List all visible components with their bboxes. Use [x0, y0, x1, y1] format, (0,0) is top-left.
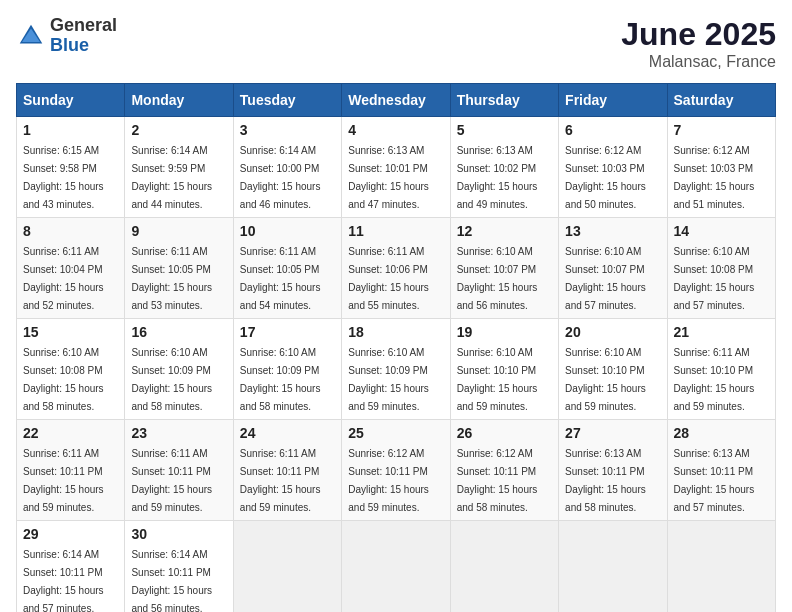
day-detail: Sunrise: 6:13 AM Sunset: 10:11 PM Daylig… [674, 448, 755, 513]
day-cell: 6Sunrise: 6:12 AM Sunset: 10:03 PM Dayli… [559, 117, 667, 218]
calendar-table: SundayMondayTuesdayWednesdayThursdayFrid… [16, 83, 776, 612]
day-detail: Sunrise: 6:13 AM Sunset: 10:01 PM Daylig… [348, 145, 429, 210]
day-cell: 21Sunrise: 6:11 AM Sunset: 10:10 PM Dayl… [667, 319, 775, 420]
month-title: June 2025 [621, 16, 776, 53]
day-number: 11 [348, 223, 443, 239]
day-detail: Sunrise: 6:10 AM Sunset: 10:09 PM Daylig… [131, 347, 212, 412]
day-cell: 29Sunrise: 6:14 AM Sunset: 10:11 PM Dayl… [17, 521, 125, 613]
logo-text: General Blue [50, 16, 117, 56]
day-cell: 19Sunrise: 6:10 AM Sunset: 10:10 PM Dayl… [450, 319, 558, 420]
day-detail: Sunrise: 6:11 AM Sunset: 10:11 PM Daylig… [240, 448, 321, 513]
day-cell: 16Sunrise: 6:10 AM Sunset: 10:09 PM Dayl… [125, 319, 233, 420]
day-cell: 1Sunrise: 6:15 AM Sunset: 9:58 PM Daylig… [17, 117, 125, 218]
day-cell: 14Sunrise: 6:10 AM Sunset: 10:08 PM Dayl… [667, 218, 775, 319]
day-number: 13 [565, 223, 660, 239]
day-detail: Sunrise: 6:12 AM Sunset: 10:11 PM Daylig… [348, 448, 429, 513]
header-friday: Friday [559, 84, 667, 117]
day-cell: 2Sunrise: 6:14 AM Sunset: 9:59 PM Daylig… [125, 117, 233, 218]
day-cell [667, 521, 775, 613]
day-detail: Sunrise: 6:12 AM Sunset: 10:03 PM Daylig… [565, 145, 646, 210]
day-number: 27 [565, 425, 660, 441]
day-number: 16 [131, 324, 226, 340]
day-cell: 9Sunrise: 6:11 AM Sunset: 10:05 PM Dayli… [125, 218, 233, 319]
location-title: Malansac, France [621, 53, 776, 71]
day-number: 20 [565, 324, 660, 340]
day-number: 26 [457, 425, 552, 441]
day-detail: Sunrise: 6:15 AM Sunset: 9:58 PM Dayligh… [23, 145, 104, 210]
day-cell: 28Sunrise: 6:13 AM Sunset: 10:11 PM Dayl… [667, 420, 775, 521]
day-detail: Sunrise: 6:11 AM Sunset: 10:10 PM Daylig… [674, 347, 755, 412]
day-number: 6 [565, 122, 660, 138]
day-detail: Sunrise: 6:10 AM Sunset: 10:08 PM Daylig… [674, 246, 755, 311]
day-detail: Sunrise: 6:13 AM Sunset: 10:02 PM Daylig… [457, 145, 538, 210]
day-number: 28 [674, 425, 769, 441]
day-detail: Sunrise: 6:10 AM Sunset: 10:07 PM Daylig… [457, 246, 538, 311]
day-detail: Sunrise: 6:12 AM Sunset: 10:11 PM Daylig… [457, 448, 538, 513]
logo-icon [16, 21, 46, 51]
day-detail: Sunrise: 6:10 AM Sunset: 10:10 PM Daylig… [565, 347, 646, 412]
day-number: 24 [240, 425, 335, 441]
day-cell: 13Sunrise: 6:10 AM Sunset: 10:07 PM Dayl… [559, 218, 667, 319]
day-cell [342, 521, 450, 613]
day-cell: 25Sunrise: 6:12 AM Sunset: 10:11 PM Dayl… [342, 420, 450, 521]
day-cell: 12Sunrise: 6:10 AM Sunset: 10:07 PM Dayl… [450, 218, 558, 319]
week-row-2: 8Sunrise: 6:11 AM Sunset: 10:04 PM Dayli… [17, 218, 776, 319]
day-detail: Sunrise: 6:11 AM Sunset: 10:04 PM Daylig… [23, 246, 104, 311]
day-number: 14 [674, 223, 769, 239]
day-number: 12 [457, 223, 552, 239]
day-number: 15 [23, 324, 118, 340]
logo-blue: Blue [50, 36, 117, 56]
day-cell: 22Sunrise: 6:11 AM Sunset: 10:11 PM Dayl… [17, 420, 125, 521]
day-detail: Sunrise: 6:10 AM Sunset: 10:09 PM Daylig… [240, 347, 321, 412]
header-wednesday: Wednesday [342, 84, 450, 117]
header-sunday: Sunday [17, 84, 125, 117]
day-cell: 18Sunrise: 6:10 AM Sunset: 10:09 PM Dayl… [342, 319, 450, 420]
title-section: June 2025 Malansac, France [621, 16, 776, 71]
day-cell: 15Sunrise: 6:10 AM Sunset: 10:08 PM Dayl… [17, 319, 125, 420]
day-cell: 27Sunrise: 6:13 AM Sunset: 10:11 PM Dayl… [559, 420, 667, 521]
day-number: 30 [131, 526, 226, 542]
day-detail: Sunrise: 6:14 AM Sunset: 10:11 PM Daylig… [131, 549, 212, 612]
header-tuesday: Tuesday [233, 84, 341, 117]
logo-general: General [50, 16, 117, 36]
day-number: 9 [131, 223, 226, 239]
day-cell: 7Sunrise: 6:12 AM Sunset: 10:03 PM Dayli… [667, 117, 775, 218]
week-row-3: 15Sunrise: 6:10 AM Sunset: 10:08 PM Dayl… [17, 319, 776, 420]
day-detail: Sunrise: 6:10 AM Sunset: 10:07 PM Daylig… [565, 246, 646, 311]
day-detail: Sunrise: 6:11 AM Sunset: 10:11 PM Daylig… [131, 448, 212, 513]
week-row-5: 29Sunrise: 6:14 AM Sunset: 10:11 PM Dayl… [17, 521, 776, 613]
day-number: 19 [457, 324, 552, 340]
day-cell: 20Sunrise: 6:10 AM Sunset: 10:10 PM Dayl… [559, 319, 667, 420]
day-number: 23 [131, 425, 226, 441]
day-detail: Sunrise: 6:13 AM Sunset: 10:11 PM Daylig… [565, 448, 646, 513]
day-cell [450, 521, 558, 613]
day-detail: Sunrise: 6:10 AM Sunset: 10:10 PM Daylig… [457, 347, 538, 412]
page-header: General Blue June 2025 Malansac, France [16, 16, 776, 71]
day-cell: 23Sunrise: 6:11 AM Sunset: 10:11 PM Dayl… [125, 420, 233, 521]
week-row-1: 1Sunrise: 6:15 AM Sunset: 9:58 PM Daylig… [17, 117, 776, 218]
day-detail: Sunrise: 6:14 AM Sunset: 10:11 PM Daylig… [23, 549, 104, 612]
day-number: 10 [240, 223, 335, 239]
day-detail: Sunrise: 6:11 AM Sunset: 10:05 PM Daylig… [131, 246, 212, 311]
day-detail: Sunrise: 6:10 AM Sunset: 10:09 PM Daylig… [348, 347, 429, 412]
day-detail: Sunrise: 6:11 AM Sunset: 10:06 PM Daylig… [348, 246, 429, 311]
day-detail: Sunrise: 6:11 AM Sunset: 10:05 PM Daylig… [240, 246, 321, 311]
day-number: 2 [131, 122, 226, 138]
day-cell: 10Sunrise: 6:11 AM Sunset: 10:05 PM Dayl… [233, 218, 341, 319]
day-number: 25 [348, 425, 443, 441]
day-number: 22 [23, 425, 118, 441]
day-detail: Sunrise: 6:14 AM Sunset: 10:00 PM Daylig… [240, 145, 321, 210]
header-saturday: Saturday [667, 84, 775, 117]
day-cell: 3Sunrise: 6:14 AM Sunset: 10:00 PM Dayli… [233, 117, 341, 218]
day-number: 29 [23, 526, 118, 542]
day-cell: 8Sunrise: 6:11 AM Sunset: 10:04 PM Dayli… [17, 218, 125, 319]
day-number: 7 [674, 122, 769, 138]
day-detail: Sunrise: 6:14 AM Sunset: 9:59 PM Dayligh… [131, 145, 212, 210]
logo: General Blue [16, 16, 117, 56]
day-number: 18 [348, 324, 443, 340]
day-cell: 26Sunrise: 6:12 AM Sunset: 10:11 PM Dayl… [450, 420, 558, 521]
day-cell: 4Sunrise: 6:13 AM Sunset: 10:01 PM Dayli… [342, 117, 450, 218]
day-detail: Sunrise: 6:10 AM Sunset: 10:08 PM Daylig… [23, 347, 104, 412]
day-number: 1 [23, 122, 118, 138]
week-row-4: 22Sunrise: 6:11 AM Sunset: 10:11 PM Dayl… [17, 420, 776, 521]
